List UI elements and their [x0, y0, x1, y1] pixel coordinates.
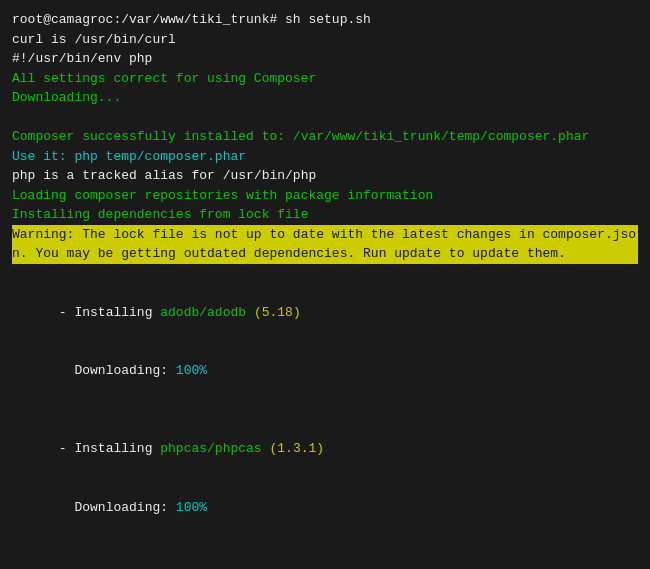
- line-all-settings: All settings correct for using Composer: [12, 69, 638, 89]
- blank-3: [12, 400, 638, 420]
- line-install-phpcas: - Installing phpcas/phpcas (1.3.1): [12, 420, 638, 479]
- blank-1: [12, 108, 638, 128]
- line-shebang: #!/usr/bin/env php: [12, 49, 638, 69]
- line-install-adodb: - Installing adodb/adodb (5.18): [12, 283, 638, 342]
- ver-adodb: (5.18): [246, 305, 301, 320]
- line-prompt: root@camagroc:/var/www/tiki_trunk# sh se…: [12, 10, 638, 30]
- pkg-phpcas: phpcas/phpcas: [160, 441, 261, 456]
- terminal-window: root@camagroc:/var/www/tiki_trunk# sh se…: [12, 10, 638, 569]
- line-php-alias: php is a tracked alias for /usr/bin/php: [12, 166, 638, 186]
- line-dl-phpcas: Downloading: 100%: [12, 478, 638, 537]
- install-label-phpcas: - Installing: [43, 441, 160, 456]
- line-install-phpseclib: - Installing phpseclib/phpseclib (0.3.1): [12, 556, 638, 569]
- blank-4: [12, 537, 638, 557]
- line-dl-adodb: Downloading: 100%: [12, 342, 638, 401]
- pct-phpcas: 100%: [176, 500, 207, 515]
- line-composer-installed: Composer successfully installed to: /var…: [12, 127, 638, 147]
- pct-adodb: 100%: [176, 363, 207, 378]
- ver-phpcas: (1.3.1): [262, 441, 324, 456]
- line-use-it: Use it: php temp/composer.phar: [12, 147, 638, 167]
- pkg-adodb: adodb/adodb: [160, 305, 246, 320]
- dl-label-adodb: Downloading:: [43, 363, 176, 378]
- install-label-adodb: - Installing: [43, 305, 160, 320]
- blank-2: [12, 264, 638, 284]
- line-downloading-dots: Downloading...: [12, 88, 638, 108]
- line-loading-repos: Loading composer repositories with packa…: [12, 186, 638, 206]
- line-warning: Warning: The lock file is not up to date…: [12, 225, 638, 264]
- line-curl: curl is /usr/bin/curl: [12, 30, 638, 50]
- dl-label-phpcas: Downloading:: [43, 500, 176, 515]
- line-installing-deps: Installing dependencies from lock file: [12, 205, 638, 225]
